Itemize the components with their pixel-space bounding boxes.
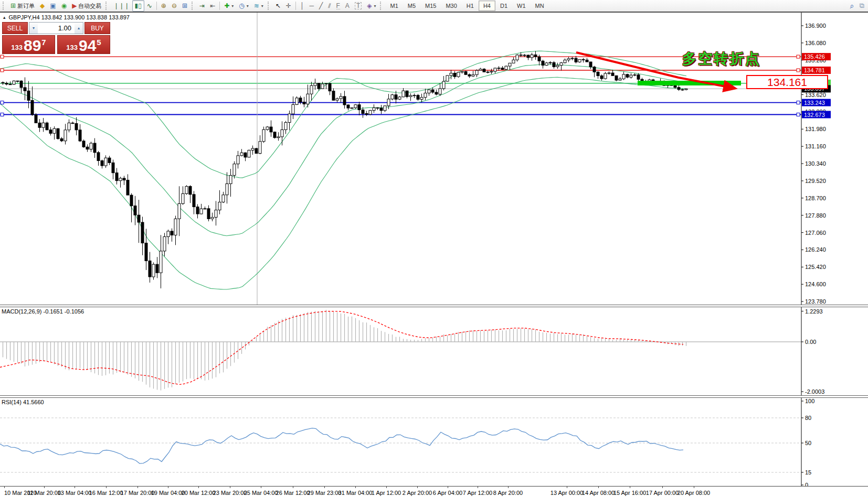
time-axis-label: 15 Apr 16:00 (613, 490, 646, 496)
zoom-out-icon: ⊖ (172, 3, 177, 9)
fibonacci-button[interactable]: F (334, 0, 343, 12)
chevron-down-icon: ▾ (231, 4, 234, 8)
tab-timeframe-mn[interactable]: MN (531, 1, 549, 11)
time-tick (694, 487, 694, 488)
tab-timeframe-h4[interactable]: H4 (479, 1, 495, 11)
svg-text:127.060: 127.060 (805, 230, 826, 236)
svg-text:50: 50 (805, 440, 811, 446)
terminal-button[interactable]: ▣ (47, 0, 58, 12)
svg-text:1.2293: 1.2293 (805, 308, 823, 315)
svg-text:80: 80 (805, 415, 811, 421)
horizontal-line-button[interactable]: ─ (306, 0, 316, 12)
search-button[interactable]: ⌕ (848, 0, 857, 12)
search-icon: ⌕ (850, 3, 854, 9)
macd-canvas[interactable]: 1.22930.00-2.0003 (0, 307, 868, 395)
time-tick (598, 487, 599, 488)
crosshair-button[interactable]: ✛ (283, 0, 294, 12)
auto-scroll-button[interactable]: ⇤ (207, 0, 218, 12)
bar-chart-icon: ❘❘❘ (113, 3, 129, 9)
svg-text:129.520: 129.520 (805, 178, 826, 184)
time-tick (417, 487, 418, 488)
sell-price-tile[interactable]: 133897 (2, 35, 55, 54)
time-axis-label: 31 Mar 04:00 (338, 490, 373, 496)
time-axis[interactable]: 10 Mar 202011 Mar 20:0013 Mar 04:0016 Ma… (0, 486, 868, 497)
svg-text:133.243: 133.243 (804, 100, 825, 106)
chart-shift-button[interactable]: ⇥ (197, 0, 207, 12)
svg-text:131.160: 131.160 (805, 143, 826, 149)
svg-text:126.240: 126.240 (805, 246, 826, 253)
svg-text:132.673: 132.673 (804, 112, 825, 118)
cursor-button[interactable]: ↖ (273, 0, 283, 12)
time-tick (106, 487, 107, 488)
auto-scroll-icon: ⇤ (210, 3, 215, 9)
tab-timeframe-m30[interactable]: M30 (441, 1, 461, 11)
time-tick (567, 487, 567, 488)
vertical-line-button[interactable]: │ (298, 0, 307, 12)
rsi-canvas[interactable]: 1008050150 (0, 398, 868, 486)
indicators-icon: ✚ (224, 3, 229, 9)
trendline-button[interactable]: ╱ (316, 0, 325, 12)
gold-button[interactable]: ◆ (37, 0, 47, 12)
tab-timeframe-d1[interactable]: D1 (495, 1, 512, 11)
zoom-out-button[interactable]: ⊖ (169, 0, 179, 12)
channel-button[interactable]: ⫽ (325, 0, 333, 12)
auto-trading-button[interactable]: ▶ 自动交易 (69, 0, 104, 12)
tab-timeframe-w1[interactable]: W1 (512, 1, 531, 11)
tab-timeframe-m15[interactable]: M15 (420, 1, 441, 11)
new-order-button[interactable]: ⊞ 新订单 (8, 0, 37, 12)
time-axis-label: 25 Mar 04:00 (244, 490, 278, 496)
time-axis-label: 20 Apr 08:00 (678, 490, 710, 496)
volume-decrease-button[interactable]: ▾ (29, 23, 38, 34)
text-label-button[interactable]: T (352, 0, 364, 12)
line-chart-type-button[interactable]: ∿ (144, 0, 155, 12)
time-tick (75, 487, 75, 488)
sell-button[interactable]: SELL (2, 22, 28, 34)
buy-button[interactable]: BUY (84, 22, 110, 34)
auto-trading-icon: ▶ (72, 3, 77, 9)
macd-panel: 1.22930.00-2.0003 MACD(12,26,9) -0.1651 … (0, 307, 868, 395)
toolbar-grip (380, 2, 384, 10)
svg-text:136.900: 136.900 (805, 23, 826, 29)
collapse-panel-icon[interactable]: ▴ (3, 15, 6, 20)
buy-price-tile[interactable]: 133945 (57, 35, 110, 54)
toolbar-separator (295, 2, 296, 10)
indicators-button[interactable]: ✚▾ (221, 0, 236, 12)
templates-button[interactable]: ≋▾ (251, 0, 266, 12)
signal-button[interactable]: ◉ (59, 0, 69, 12)
new-order-icon: ⊞ (10, 3, 16, 9)
chat-button[interactable]: ⧉ (857, 0, 867, 12)
chevron-down-icon: ▾ (261, 4, 263, 8)
svg-text:100: 100 (805, 398, 814, 404)
tab-timeframe-m5[interactable]: M5 (403, 1, 420, 11)
svg-text:123.780: 123.780 (805, 298, 826, 305)
time-axis-label: 19 Mar 04:00 (151, 490, 185, 496)
toolbar-grip (3, 2, 6, 10)
timeframe-group: M1M5M15M30H1H4D1W1MN (385, 1, 548, 11)
text-button[interactable]: A (343, 0, 352, 12)
time-axis-label: 20 Mar 12:00 (182, 490, 216, 496)
main-chart-panel: 136.900136.080135.260134.440133.620132.8… (0, 13, 868, 305)
volume-increase-button[interactable]: ▴ (75, 23, 83, 34)
time-tick (261, 487, 261, 488)
time-tick (44, 487, 45, 488)
bar-chart-type-button[interactable]: ❘❘❘ (111, 0, 132, 12)
cursor-icon: ↖ (276, 3, 281, 9)
svg-text:124.600: 124.600 (805, 281, 826, 287)
volume-value[interactable]: 1.00 (38, 23, 75, 34)
svg-text:128.700: 128.700 (805, 195, 826, 201)
line-chart-icon: ∿ (147, 3, 152, 9)
zoom-in-button[interactable]: ⊕ (158, 0, 169, 12)
tab-timeframe-m1[interactable]: M1 (385, 1, 403, 11)
rsi-panel: 1008050150 RSI(14) 41.5660 (0, 398, 868, 486)
buy-price-prefix: 133 (66, 44, 78, 51)
text-label-icon: T (355, 2, 362, 9)
shapes-icon: ◈ (367, 3, 372, 9)
shapes-button[interactable]: ◈▾ (364, 0, 378, 12)
tab-timeframe-h1[interactable]: H1 (462, 1, 479, 11)
toolbar-grip (105, 2, 109, 10)
time-tick (508, 487, 509, 488)
tile-windows-button[interactable]: ⊞ (179, 0, 190, 12)
periods-button[interactable]: ◷▾ (236, 0, 251, 12)
candlestick-type-button[interactable]: ▮▯ (132, 0, 144, 12)
time-tick (478, 487, 478, 488)
